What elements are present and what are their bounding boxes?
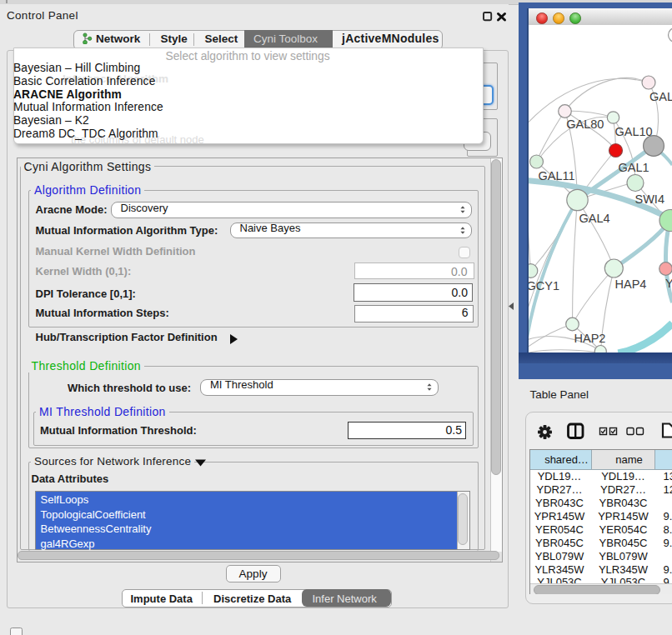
svg-text:GAL80: GAL80 (566, 118, 604, 131)
svg-text:Y: Y (665, 277, 672, 290)
svg-text:GAL4: GAL4 (579, 212, 609, 225)
svg-text:HAP2: HAP2 (574, 332, 605, 345)
svg-text:GCY1: GCY1 (529, 279, 559, 292)
svg-text:SWI4: SWI4 (634, 192, 664, 206)
svg-text:GAL10: GAL10 (614, 125, 652, 138)
svg-text:GAL7: GAL7 (649, 90, 672, 103)
svg-text:HAP4: HAP4 (614, 278, 646, 291)
svg-text:GAL11: GAL11 (538, 169, 574, 182)
svg-text:GAL1: GAL1 (618, 161, 649, 174)
